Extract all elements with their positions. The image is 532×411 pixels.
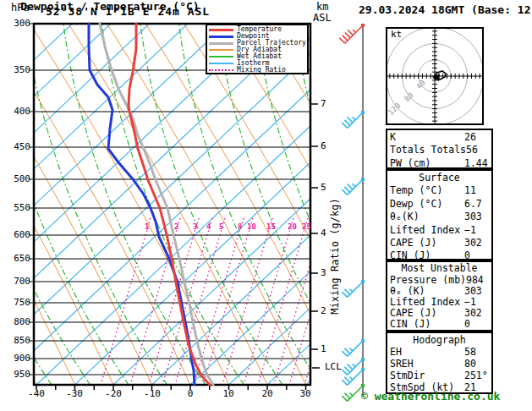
legend-label: Mixing Ratio [237, 67, 286, 74]
mixing-ratio-value: 25 [302, 222, 311, 231]
temp-tick: 20 [253, 389, 282, 399]
temp-tick: 10 [214, 389, 243, 399]
km-tick: 3 [321, 268, 326, 278]
row-value: 56 [466, 144, 478, 156]
km-tick: 1 [321, 344, 326, 354]
temp-tick: 0 [176, 389, 205, 399]
table-title: Most Unstable [390, 263, 489, 275]
mixing-ratio-axis-title: Mixing Ratio (g/kg) [329, 197, 341, 315]
table-row: θₑ(K)303 [390, 211, 489, 223]
row-label: StmDir [390, 370, 464, 381]
lcl-label: LCL [325, 362, 342, 372]
km-tick: 2 [321, 306, 326, 316]
row-value: 251° [464, 370, 488, 381]
skewt-sounding-page: hPa 52°38'N 1°1B'E 24m ASL 29.03.2024 18… [0, 0, 532, 411]
row-value: 26 [464, 131, 476, 144]
pressure-tick: 300 [7, 19, 30, 29]
station-title: 52°38'N 1°1B'E 24m ASL [46, 7, 210, 17]
mixing-ratio-line-sample-icon [209, 69, 233, 71]
km-tick: 7 [321, 99, 326, 109]
wind-barb-icons [339, 24, 365, 401]
parcel-line-sample-icon [209, 42, 233, 45]
isotherm-line-sample-icon [209, 63, 233, 64]
row-value: 6.7 [464, 198, 482, 211]
dry-adiabat-line-sample-icon [209, 49, 233, 51]
table-row: Pressure (mb)984 [390, 275, 489, 286]
pressure-tick: 800 [7, 317, 30, 327]
table-row: CAPE (J)302 [390, 237, 489, 249]
table-title: Hodograph [390, 334, 489, 346]
pressure-tick: 900 [7, 353, 30, 364]
row-value: 303 [464, 211, 482, 223]
row-label: SREH [390, 358, 464, 370]
copyright-link[interactable]: © weatheronline.co.uk [361, 392, 500, 402]
table-row: Totals Totals56 [390, 144, 489, 156]
hodograph-table: Hodograph EH58 SREH80 StmDir251° StmSpd … [386, 332, 493, 394]
row-label: θₑ (K) [390, 286, 464, 297]
temp-tick: 30 [291, 389, 320, 399]
row-value: 984 [466, 275, 484, 286]
row-value: 1.44 [464, 157, 488, 170]
row-value: 303 [464, 286, 482, 297]
row-label: K [390, 131, 464, 144]
pressure-tick: 350 [7, 65, 30, 75]
table-row: SREH80 [390, 358, 489, 370]
row-label: CAPE (J) [390, 237, 464, 249]
table-row: K26 [390, 131, 489, 144]
row-label: Lifted Index [390, 224, 464, 237]
km-axis-label: km [316, 2, 328, 12]
dewpoint-line-sample-icon [209, 36, 233, 38]
pressure-tick: 650 [7, 254, 30, 264]
pressure-axis-unit: hPa [11, 3, 30, 13]
row-label: Totals Totals [390, 144, 466, 156]
pressure-tick: 550 [7, 203, 30, 213]
table-row: Temp (°C)11 [390, 184, 489, 197]
mixing-ratio-value: 5 [219, 222, 223, 231]
indices-table: K26 Totals Totals56 PW (cm)1.44 [386, 129, 493, 169]
mixing-ratio-value: 10 [247, 222, 256, 231]
km-tick: 4 [321, 228, 326, 238]
row-label: EH [390, 346, 464, 358]
pressure-tick: 750 [7, 298, 30, 308]
legend-box: Temperature Dewpoint Parcel Trajectory D… [206, 24, 309, 74]
mixing-ratio-value: 2 [174, 222, 178, 231]
row-value: 0 [464, 319, 470, 330]
pressure-tick: 450 [7, 142, 30, 152]
row-label: θₑ(K) [390, 211, 464, 223]
surface-table: Surface Temp (°C)11 Dewp (°C)6.7 θₑ(K)30… [386, 169, 493, 260]
pressure-tick: 600 [7, 230, 30, 240]
mixing-ratio-value: 4 [206, 222, 211, 231]
row-value: 58 [464, 346, 476, 358]
pressure-tick: 700 [7, 277, 30, 287]
mixing-ratio-value: 1 [145, 222, 149, 231]
table-row: CIN (J)0 [390, 319, 489, 330]
mixing-ratio-value: 3 [193, 222, 197, 231]
row-label: CIN (J) [390, 319, 464, 330]
pressure-tick: 500 [7, 174, 30, 184]
sounding-line-dewpoint [89, 24, 195, 385]
row-value: −1 [464, 224, 476, 237]
table-row: EH58 [390, 346, 489, 358]
temp-tick: -40 [22, 389, 51, 399]
temperature-line-sample-icon [209, 29, 233, 31]
pressure-tick: 950 [7, 370, 30, 380]
mixing-ratio-value: 8 [238, 222, 242, 231]
mixing-ratio-value: 15 [266, 222, 276, 231]
table-row: StmDir251° [390, 370, 489, 381]
row-label: PW (cm) [390, 157, 464, 170]
row-label: Dewp (°C) [390, 198, 464, 211]
temp-tick: -10 [138, 389, 167, 399]
row-label: Pressure (mb) [390, 275, 466, 286]
wet-adiabat-line-sample-icon [209, 56, 233, 58]
row-label: Temp (°C) [390, 184, 464, 197]
row-value: 302 [464, 237, 482, 249]
table-row: PW (cm)1.44 [390, 157, 489, 170]
sounding-line-parcel-trajectory [100, 24, 213, 385]
legend-item-mixing-ratio: Mixing Ratio [209, 67, 307, 74]
table-title: Surface [390, 172, 489, 184]
table-row: Lifted Index−1 [390, 224, 489, 237]
most-unstable-table: Most Unstable Pressure (mb)984 θₑ (K)303… [386, 260, 493, 332]
temp-tick: -30 [60, 389, 89, 399]
mixing-ratio-value: 20 [288, 222, 297, 231]
km-tick: 6 [321, 141, 326, 151]
